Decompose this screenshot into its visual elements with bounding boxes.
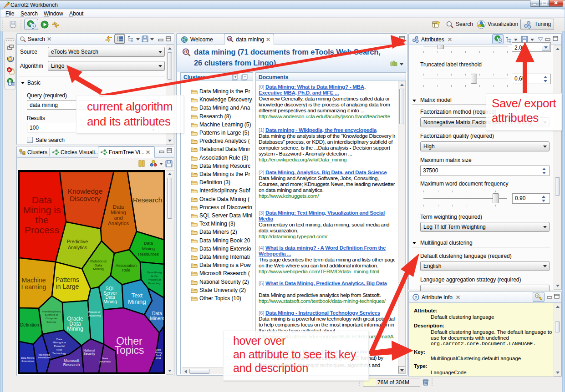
svg-text:Extensions: Extensions — [22, 360, 34, 362]
svg-text:Computer: Computer — [46, 317, 57, 320]
svg-text:rata mining: rata mining — [39, 353, 50, 356]
svg-text:Mining is: Mining is — [23, 205, 61, 215]
svg-text:is the: is the — [151, 275, 158, 277]
svg-text:Resources: Resources — [138, 251, 159, 256]
svg-text:Book: Book — [156, 354, 162, 357]
svg-text:Analytics: Analytics — [108, 221, 129, 226]
svg-text:Process of: Process of — [148, 278, 161, 281]
svg-text:Learning: Learning — [21, 283, 46, 291]
svg-text:Discovery: Discovery — [70, 195, 101, 202]
svg-text:Mining: Mining — [128, 298, 146, 305]
svg-text:Knowledge: Knowledge — [68, 187, 103, 195]
svg-text:University: University — [99, 360, 111, 363]
svg-text:Data: Data — [144, 241, 153, 246]
svg-text:Mining: Mining — [67, 326, 83, 332]
svg-text:Miners: Miners — [150, 316, 164, 321]
svg-text:Process of: Process of — [88, 311, 100, 313]
svg-text:Machine: Machine — [22, 276, 46, 284]
svg-text:and: and — [114, 215, 122, 221]
svg-text:Science: Science — [46, 321, 56, 323]
svg-text:Extracting: Extracting — [148, 282, 161, 285]
svg-text:Interdisciplinary: Interdisciplinary — [42, 310, 61, 313]
svg-text:Data: Data — [113, 204, 124, 210]
svg-text:the: the — [35, 215, 48, 225]
svg-text:Data Mining: Data Mining — [21, 357, 34, 359]
svg-text:eT: eT — [183, 50, 188, 54]
svg-text:Data Mining: Data Mining — [147, 271, 162, 274]
svg-text:Patterns: Patterns — [56, 276, 79, 283]
svg-text:State: State — [102, 357, 108, 360]
svg-text:Mining: Mining — [142, 246, 155, 251]
svg-text:Data: Data — [156, 348, 162, 351]
svg-text:?: ? — [536, 294, 539, 298]
svg-text:Subfield of: Subfield of — [45, 313, 58, 316]
svg-text:eT: eT — [228, 37, 232, 41]
svg-text:Topics: Topics — [114, 344, 144, 356]
svg-text:Mining is a: Mining is a — [53, 341, 66, 344]
svg-text:Data: Data — [32, 195, 52, 205]
svg-text:Data: Data — [56, 338, 62, 341]
svg-text:Security: Security — [83, 352, 95, 356]
svg-text:in Large: in Large — [56, 283, 79, 290]
svg-text:?: ? — [415, 295, 417, 300]
svg-text:Process: Process — [25, 225, 59, 235]
svg-text:Analytics: Analytics — [68, 245, 87, 250]
svg-text:Powerful: Powerful — [54, 345, 64, 347]
svg-text:international: international — [38, 356, 50, 359]
svg-text:New: New — [56, 348, 62, 351]
svg-text:2011: 2011 — [156, 357, 161, 359]
svg-text:Research: Research — [63, 362, 80, 367]
svg-text:Mining: Mining — [93, 267, 104, 271]
svg-text:National: National — [83, 349, 95, 352]
svg-text:Predictive: Predictive — [67, 239, 88, 244]
svg-text:Mining: Mining — [111, 210, 126, 215]
svg-text:Mining: Mining — [103, 299, 117, 304]
svg-text:Association: Association — [116, 263, 137, 268]
svg-text:Research: Research — [133, 196, 162, 204]
svg-text:Text: Text — [132, 292, 143, 299]
svg-text:Mining: Mining — [155, 351, 162, 354]
svg-text:Rule: Rule — [122, 268, 131, 272]
svg-text:Discovering: Discovering — [88, 314, 101, 317]
svg-text:Definition: Definition — [20, 322, 39, 327]
svg-text:Technology: Technology — [52, 352, 66, 355]
